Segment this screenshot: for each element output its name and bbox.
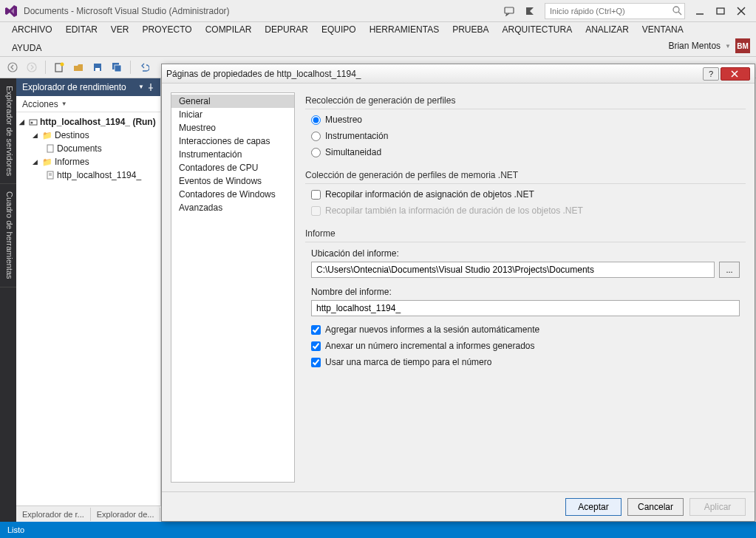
flag-icon[interactable] [521,2,539,20]
tree-root[interactable]: ◢ http_localhost_1194_ (Run) [16,115,160,129]
forward-button[interactable] [24,59,40,75]
back-button[interactable] [4,59,21,75]
status-text: Listo [7,525,24,534]
user-dropdown-icon[interactable]: ▼ [725,43,731,50]
category-capas[interactable]: Interacciones de capas [171,134,294,148]
menu-equipo[interactable]: EQUIPO [316,22,362,37]
radio-instrumentacion-row[interactable]: Instrumentación [305,129,746,143]
tree-node-targets[interactable]: ◢ 📁 Destinos [16,129,160,142]
actions-label: Acciones [22,99,58,109]
svg-line-2 [678,12,681,15]
group-profiling-label: Recolección de generación de perfiles [305,94,746,107]
radio-instrumentacion[interactable] [311,132,321,141]
menubar: ARCHIVO EDITAR VER PROYECTO COMPILAR DEP… [0,22,756,40]
open-button[interactable] [70,59,86,75]
check-timestamp-label: Usar una marca de tiempo para el número [325,357,491,367]
expand-icon[interactable]: ◢ [19,118,27,126]
menu-analizar[interactable]: ANALIZAR [579,22,635,37]
folder-icon: 📁 [42,131,52,140]
dialog-close-button[interactable] [721,67,750,81]
category-eventos[interactable]: Eventos de Windows [171,174,294,188]
undo-button[interactable] [136,59,152,75]
menu-ventana[interactable]: VENTANA [636,22,689,37]
check-auto-add-row[interactable]: Agregar nuevos informes a la sesión auto… [305,322,746,337]
category-iniciar[interactable]: Iniciar [171,108,294,121]
bottom-tab-1[interactable]: Explorador de r... [16,508,91,521]
maximize-button[interactable] [712,2,729,20]
bottom-tabs: Explorador de r... Explorador de... [16,505,161,522]
chevron-down-icon: ▼ [61,101,67,107]
report-name-input[interactable] [311,300,740,316]
check-timestamp-row[interactable]: Usar una marca de tiempo para el número [305,355,746,370]
panel-pin-icon[interactable] [147,84,154,91]
tree-root-label: http_localhost_1194_ (Run) [40,117,156,127]
bottom-tab-2[interactable]: Explorador de... [91,508,161,521]
menubar-row2: AYUDA [0,40,756,56]
new-button[interactable] [51,59,67,75]
svg-rect-4 [717,8,724,14]
dialog-title-text: Páginas de propiedades de http_localhost… [166,69,361,79]
side-tab-server-explorer[interactable]: Explorador de servidores [0,78,16,184]
check-alloc[interactable] [311,190,321,200]
category-contadores-win[interactable]: Contadores de Windows [171,188,294,201]
category-cpu[interactable]: Contadores de CPU [171,161,294,174]
dialog-help-button[interactable]: ? [703,67,719,81]
expand-icon[interactable]: ◢ [33,132,40,139]
radio-muestreo-label: Muestreo [325,115,362,125]
check-increment-row[interactable]: Anexar un número incremental a informes … [305,338,746,353]
actions-bar[interactable]: Acciones ▼ [16,96,160,112]
menu-herramientas[interactable]: HERRAMIENTAS [364,22,445,37]
menu-compilar[interactable]: COMPILAR [200,22,258,37]
menu-depurar[interactable]: DEPURAR [259,22,314,37]
apply-button[interactable]: Aplicar [689,498,746,516]
panel-dropdown-icon[interactable]: ▼ [138,84,144,91]
svg-rect-17 [47,145,53,152]
ok-button[interactable]: Aceptar [565,498,622,516]
category-instrumentacion[interactable]: Instrumentación [171,148,294,161]
expand-icon[interactable]: ◢ [33,158,40,166]
category-avanzadas[interactable]: Avanzadas [171,201,294,214]
radio-simultaneidad[interactable] [311,148,321,157]
close-button[interactable] [732,2,750,20]
group-report-label: Informe [305,227,746,240]
menu-ver[interactable]: VER [105,22,135,37]
menu-proyecto[interactable]: PROYECTO [137,22,198,37]
menu-arquitectura[interactable]: ARQUITECTURA [497,22,579,37]
group-memory-label: Colección de generación de perfiles de m… [305,168,746,182]
user-name[interactable]: Brian Mentos [668,41,721,51]
radio-muestreo[interactable] [311,115,321,125]
radio-simultaneidad-row[interactable]: Simultaneidad [305,145,746,160]
tree-leaf-report[interactable]: http_localhost_1194_ [16,168,160,182]
feedback-icon[interactable] [500,2,518,20]
check-increment[interactable] [311,341,321,351]
quick-launch[interactable] [545,3,685,19]
search-input[interactable] [545,3,685,19]
tree-targets-label: Destinos [55,130,89,140]
svg-point-8 [27,63,36,72]
save-button[interactable] [89,59,106,75]
browse-button[interactable]: ... [719,262,740,278]
minimize-button[interactable] [691,2,709,20]
menu-ayuda[interactable]: AYUDA [6,41,47,55]
tree-node-reports[interactable]: ◢ 📁 Informes [16,155,160,168]
check-alloc-row[interactable]: Recopilar información de asignación de o… [305,187,746,202]
menu-archivo[interactable]: ARCHIVO [6,22,58,37]
tree: ◢ http_localhost_1194_ (Run) ◢ 📁 Destino… [16,112,160,185]
svg-rect-14 [115,65,121,72]
check-lifetime-label: Recopilar también la información de dura… [325,205,583,216]
cancel-button[interactable]: Cancelar [627,498,684,516]
location-input[interactable] [311,262,715,278]
check-auto-add[interactable] [311,325,321,335]
menu-prueba[interactable]: PRUEBA [446,22,494,37]
tree-leaf-documents[interactable]: Documents [16,142,160,155]
side-tab-toolbox[interactable]: Cuadro de herramientas [0,184,16,287]
radio-muestreo-row[interactable]: Muestreo [305,112,746,127]
category-general[interactable]: General [171,95,294,108]
category-muestreo[interactable]: Muestreo [171,121,294,134]
save-all-button[interactable] [109,59,125,75]
check-timestamp[interactable] [311,358,321,367]
panel-title: Explorador de rendimiento [22,82,126,92]
menu-editar[interactable]: EDITAR [60,22,103,37]
user-badge[interactable]: BM [735,38,750,53]
search-icon [672,5,682,16]
